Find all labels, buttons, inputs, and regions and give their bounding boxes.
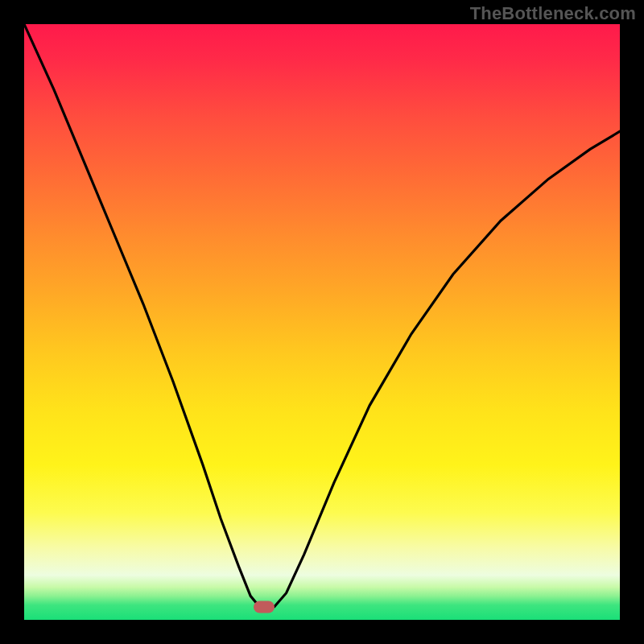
watermark-text: TheBottleneck.com [470,3,636,24]
bottleneck-curve [24,24,620,620]
optimal-point-marker [254,601,275,613]
chart-frame: TheBottleneck.com [0,0,644,644]
plot-area [24,24,620,620]
